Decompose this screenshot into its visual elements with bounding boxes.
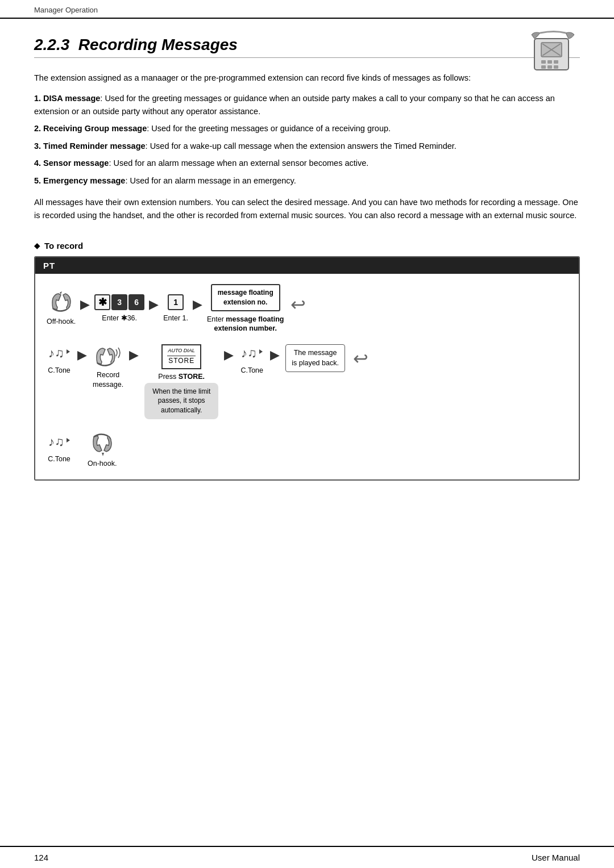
section-title: 2.2.3 Recording Messages [34, 36, 580, 58]
record-phone-icon [93, 344, 123, 367]
svg-text:♪♫: ♪♫ [48, 435, 64, 449]
step-record: Record message. [93, 344, 123, 389]
arrow-4: ▶ [77, 344, 87, 370]
arrow-6: ▶ [224, 344, 234, 370]
diagram-row-3: ♪♫ C.Tone [47, 433, 567, 468]
message-item-5: 5. Emergency message: Used for an alarm … [34, 174, 580, 187]
step-ctone1: ♪♫ C.Tone [47, 344, 72, 375]
diagram-box: PT Off-hook. [34, 256, 580, 481]
intro-paragraph2: All messages have their own extension nu… [34, 196, 580, 222]
message-item-1: 1. DISA message: Used for the greeting m… [34, 92, 580, 118]
key-6: 6 [128, 294, 144, 310]
phone-illustration [529, 30, 580, 77]
svg-rect-5 [547, 60, 552, 64]
step-msg-float: message floating extension no. Enter mes… [207, 284, 284, 333]
onhook-icon [89, 433, 116, 456]
step-offhook: Off-hook. [47, 291, 76, 326]
arrow-5: ▶ [129, 344, 139, 370]
step-auto-dial: AUTO DIAL STORE Press STORE. When the ti… [144, 344, 218, 419]
ctone-final-label: C.Tone [48, 454, 70, 464]
message-item-4: 4. Sensor message: Used for an alarm mes… [34, 157, 580, 169]
auto-dial-store: STORE [167, 356, 196, 366]
key-group-36: ✱ 3 6 [94, 294, 144, 310]
curve-arrow-1: ↩ [291, 294, 306, 323]
step-enter1: 1 Enter 1. [163, 294, 188, 323]
press-store-label: Press STORE. [158, 373, 205, 381]
svg-rect-4 [541, 60, 546, 64]
to-record-heading: To record [34, 241, 580, 251]
message-item-3: 3. Timed Reminder message: Used for a wa… [34, 140, 580, 152]
page-header: Manager Operation [0, 0, 614, 19]
key-3: 3 [111, 294, 127, 310]
msg-float-label: Enter message floatingextension number. [207, 315, 284, 333]
step-played-back: The message is played back. [285, 344, 345, 374]
svg-rect-7 [541, 65, 546, 69]
breadcrumb: Manager Operation [34, 6, 98, 14]
step-onhook: On-hook. [88, 433, 117, 468]
message-item-2: 2. Receiving Group message: Used for the… [34, 122, 580, 135]
auto-dial-top: AUTO DIAL [167, 348, 196, 354]
ctone1-icon: ♪♫ [47, 344, 72, 362]
svg-rect-8 [547, 65, 552, 69]
svg-marker-11 [67, 349, 70, 354]
arrow-1: ▶ [80, 297, 90, 320]
arrow-7: ▶ [270, 344, 280, 370]
arrow-3: ▶ [193, 297, 202, 320]
arrow-2: ▶ [149, 297, 159, 320]
played-back-box: The message is played back. [285, 344, 345, 372]
svg-rect-6 [554, 60, 558, 64]
step-ctone2: ♪♫ C.Tone [239, 344, 264, 375]
key-1: 1 [168, 294, 184, 310]
time-limit-callout: When the time limit passes, it stops aut… [144, 383, 218, 419]
intro-paragraph1: The extension assigned as a manaager or … [34, 72, 580, 84]
doc-title: User Manual [532, 853, 580, 862]
page-number: 124 [34, 853, 48, 862]
svg-marker-15 [67, 438, 70, 443]
page-footer: 124 User Manual [0, 846, 614, 868]
msg-float-line1: message floating [218, 288, 273, 298]
diagram-header: PT [35, 257, 579, 274]
key-star: ✱ [94, 294, 110, 310]
record-label: Record message. [93, 370, 123, 389]
svg-marker-16 [102, 453, 104, 456]
ctone1-label: C.Tone [48, 366, 70, 375]
curve-arrow-2: ↩ [353, 344, 368, 377]
svg-text:♪♫: ♪♫ [241, 346, 257, 360]
msg-float-line2: extension no. [218, 298, 273, 307]
offhook-label: Off-hook. [47, 317, 76, 326]
enter36-label: Enter ✱36. [102, 314, 137, 323]
diagram-row-2: ♪♫ C.Tone ▶ [47, 344, 567, 419]
svg-text:♪♫: ♪♫ [48, 346, 64, 360]
message-list: 1. DISA message: Used for the greeting m… [34, 92, 580, 187]
svg-marker-13 [259, 349, 263, 354]
diagram-body: Off-hook. ▶ ✱ 3 6 Enter ✱36. ▶ 1 Enter [35, 274, 579, 479]
main-content: 2.2.3 Recording Messages The extension a… [0, 19, 614, 526]
enter1-label: Enter 1. [163, 314, 188, 323]
step-ctone-final: ♪♫ C.Tone [47, 433, 72, 464]
msg-float-box: message floating extension no. [211, 284, 280, 311]
auto-dial-box: AUTO DIAL STORE [161, 344, 201, 369]
onhook-label: On-hook. [88, 459, 117, 468]
ctone-final-icon: ♪♫ [47, 433, 72, 451]
step-enter36: ✱ 3 6 Enter ✱36. [94, 294, 144, 323]
ctone2-icon: ♪♫ [239, 344, 264, 362]
svg-rect-9 [554, 65, 558, 69]
diagram-row-1: Off-hook. ▶ ✱ 3 6 Enter ✱36. ▶ 1 Enter [47, 284, 567, 333]
ctone2-label: C.Tone [240, 366, 263, 375]
offhook-icon [48, 291, 75, 314]
